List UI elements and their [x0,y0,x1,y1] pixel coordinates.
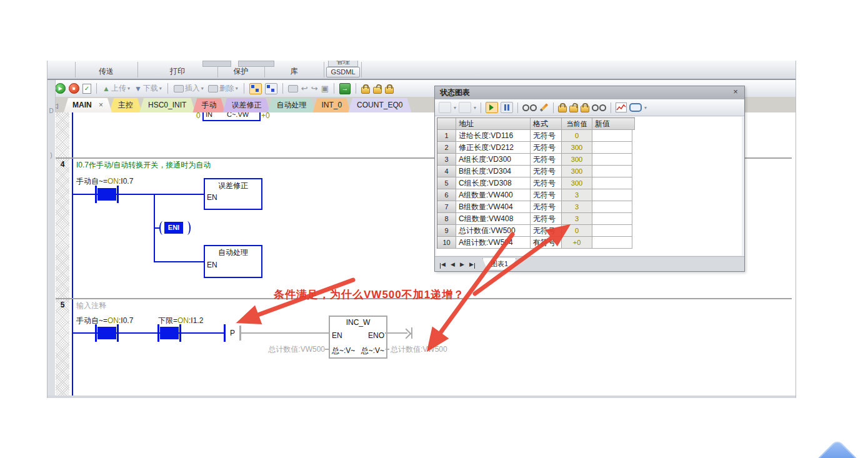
editor-tab[interactable]: 主控 [109,98,142,112]
read-all-icon[interactable] [522,104,537,111]
gsdml-button[interactable]: GSDML [326,67,360,77]
add-chart-icon[interactable] [439,102,451,113]
cell-new-value[interactable] [592,189,632,201]
cell-new-value[interactable] [592,213,632,225]
last-chart-icon[interactable]: ▶ [467,261,476,267]
row-number[interactable]: 4 [437,166,456,177]
row-number[interactable]: 5 [437,177,456,189]
insert-button[interactable]: 插入 ▾ [173,82,204,96]
header-current-value[interactable]: 当前值 [562,118,592,130]
editor-tab[interactable]: HSC0_INIT [139,98,195,112]
close-window-icon[interactable]: × [731,87,741,97]
cell-new-value[interactable] [592,166,632,177]
write-all-icon[interactable] [540,103,548,111]
eni-coil[interactable]: ENI [164,222,183,234]
delete-chart-icon[interactable] [459,102,471,113]
cell-address[interactable]: A组计数:VW504 [456,237,531,249]
cell-format[interactable]: 无符号 [531,225,562,237]
compile-button[interactable]: ✓ [82,84,91,94]
force-icon[interactable] [558,106,567,112]
contact-energized[interactable] [97,327,116,339]
download-button[interactable]: ▼ 下载 ▾ [134,82,162,96]
row-number[interactable]: 1 [437,130,456,142]
back-to-top-button[interactable] [807,439,868,458]
cell-new-value[interactable] [592,154,632,166]
row-number[interactable]: 7 [437,201,456,213]
network-4-number[interactable]: 4 [57,160,67,169]
cell-address[interactable]: C组长度:VD308 [456,177,531,189]
network-5-number[interactable]: 5 [57,301,67,309]
cell-address[interactable]: 修正长度:VD212 [456,142,531,154]
editor-tab[interactable]: COUNT_EQ0 [348,98,411,112]
redo-icon[interactable]: ↪ [311,84,318,93]
cell-address[interactable]: B组数量:VW404 [456,201,531,213]
cell-address[interactable]: B组长度:VD304 [456,166,531,177]
force-all-icon[interactable] [581,106,589,112]
pause-status-icon[interactable] [288,85,298,92]
block-error-correct[interactable]: 误差修正 EN [204,178,262,210]
cell-format[interactable]: 无符号 [531,201,562,213]
force-all-icon[interactable] [385,87,394,94]
snapshot-icon[interactable]: ▣ [321,84,329,93]
row-number[interactable]: 10 [437,237,456,249]
cell-format[interactable]: 无符号 [531,213,562,225]
network-4-comment[interactable]: I0.7作手动/自动转换开关，接通时为自动 [76,160,211,171]
row-number[interactable]: 3 [437,154,456,166]
chart-tab[interactable]: 图表1 [482,258,516,271]
pause-chart-icon[interactable] [501,102,513,113]
ribbon-group-transfer[interactable]: 传送 [75,66,137,77]
symbol-tag-icon[interactable] [629,103,642,112]
force-icon[interactable] [361,87,370,94]
editor-tab[interactable]: 自动处理 [267,98,315,112]
in-operand[interactable]: 总计数值:VW500 [255,344,325,355]
contact-energized[interactable] [160,327,179,339]
unforce-icon[interactable] [569,106,578,112]
editor-tab[interactable]: INT_0 [312,98,351,112]
cell-format[interactable]: 有符号 [531,237,562,249]
editor-tab[interactable]: 手动 [192,98,225,112]
prev-chart-icon[interactable]: ◀ [448,261,457,267]
cell-format[interactable]: 无符号 [531,166,562,177]
next-chart-icon[interactable]: ▶ [457,261,467,267]
cell-address[interactable]: A组数量:VW400 [456,189,531,201]
stop-button[interactable]: ■ [69,83,79,94]
status-window-title[interactable]: 状态图表 [435,86,744,100]
row-number[interactable]: 6 [437,189,456,201]
editor-tab[interactable]: 误差修正 [222,98,270,112]
close-tab-icon[interactable]: × [99,101,103,109]
cell-address[interactable]: 进给长度:VD116 [456,130,531,142]
undo-icon[interactable]: ↩ [301,84,308,93]
ribbon-group-protect[interactable]: 保护 [217,66,264,77]
network-5-comment[interactable]: 输入注释 [76,301,106,311]
manage-button[interactable]: 管理 [328,61,358,67]
cell-address[interactable]: 总计数值:VW500 [456,225,531,237]
unforce-icon[interactable] [373,87,382,94]
program-status-button[interactable] [249,83,262,94]
cell-new-value[interactable] [592,201,632,213]
run-button[interactable]: ▶ [55,83,66,94]
cell-format[interactable]: 无符号 [531,130,562,142]
out-operand[interactable]: 总计数值:VW500 [391,344,447,355]
cell-new-value[interactable] [592,142,632,154]
header-new-value[interactable]: 新值 [592,118,635,130]
cell-address[interactable]: C组数量:VW408 [456,213,531,225]
cell-address[interactable]: A组长度:VD300 [456,154,531,166]
delete-button[interactable]: 删除 ▾ [207,82,239,96]
cell-format[interactable]: 无符号 [531,154,562,166]
upload-button[interactable]: ▲ 上传 ▾ [102,82,131,96]
block-inc-w[interactable]: INC_W EN ENO 总~:V~ 总~:V~ [329,316,387,359]
ribbon-group-print[interactable]: 打印 [137,66,217,77]
tab-main[interactable]: MAIN × [64,98,112,112]
p-contact[interactable]: P [230,329,235,337]
row-number[interactable]: 2 [437,142,456,154]
cell-new-value[interactable] [592,130,632,142]
header-address[interactable]: 地址 [456,118,531,130]
block-auto-process[interactable]: 自动处理 EN [204,245,262,278]
chart-status-on-icon[interactable] [486,102,498,113]
trend-view-icon[interactable] [616,102,627,112]
read-forced-icon[interactable] [592,104,606,111]
chart-status-button[interactable] [265,83,277,94]
force-run-button[interactable]: → [339,83,351,94]
cell-format[interactable]: 无符号 [531,189,562,201]
row-number[interactable]: 9 [437,225,456,237]
